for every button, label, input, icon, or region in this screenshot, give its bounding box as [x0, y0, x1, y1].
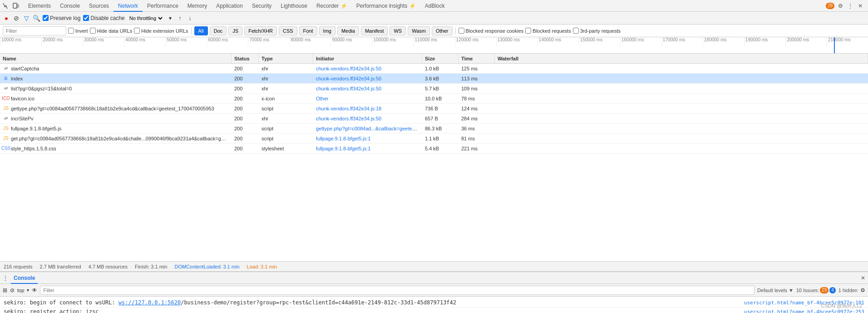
- header-time[interactable]: Time: [459, 54, 495, 63]
- blocked-cookies-checkbox[interactable]: [459, 28, 464, 34]
- filter-btn-fetch-xhr[interactable]: Fetch/XHR: [244, 26, 277, 35]
- initiator-link[interactable]: gettype.php?gt=c0084ad...&callback=geete…: [316, 126, 422, 131]
- console-context-selector[interactable]: top: [17, 288, 24, 293]
- initiator-link[interactable]: chunk-vendors.ff342e34.js:50: [316, 66, 381, 71]
- network-rows-container: ⇌ startCaptcha 200 xhr chunk-vendors.ff3…: [0, 64, 868, 261]
- row-type-icon: ⇌: [3, 85, 9, 92]
- header-waterfall[interactable]: Waterfall: [495, 54, 868, 63]
- initiator-link[interactable]: chunk-vendors.ff342e34.js:50: [316, 76, 381, 81]
- table-row[interactable]: JS fullpage.9.1.8-bfget5.js 200 script g…: [0, 124, 868, 134]
- blocked-requests-checkbox[interactable]: [525, 28, 531, 34]
- console-filter-input[interactable]: [40, 286, 755, 295]
- row-time: 36 ms: [459, 126, 495, 131]
- console-clear-icon[interactable]: ⊘: [10, 287, 15, 293]
- tab-security[interactable]: Security: [247, 0, 276, 12]
- table-row[interactable]: JS get.php?gt=c0084ad0567738668c18a81b2e…: [0, 134, 868, 144]
- tab-console[interactable]: Console: [55, 0, 84, 12]
- initiator-link[interactable]: chunk-vendors.ff342e34.js:18: [316, 106, 381, 111]
- table-row[interactable]: ⇌ list?pg=0&pgsz=15&total=0 200 xhr chun…: [0, 84, 868, 94]
- header-name[interactable]: Name: [0, 54, 232, 63]
- invert-checkbox[interactable]: [68, 28, 74, 34]
- filter-btn-js[interactable]: JS: [228, 26, 242, 35]
- export-icon[interactable]: ↓: [187, 15, 194, 22]
- third-party-checkbox[interactable]: [573, 28, 579, 34]
- tab-network[interactable]: Network: [113, 0, 143, 12]
- filter-icon[interactable]: ▽: [23, 15, 30, 22]
- tab-sources[interactable]: Sources: [84, 0, 113, 12]
- third-party-label[interactable]: 3rd-party requests: [573, 28, 621, 34]
- header-status[interactable]: Status: [232, 54, 259, 63]
- device-icon[interactable]: [12, 2, 20, 10]
- preserve-log-label[interactable]: Preserve log: [43, 15, 80, 21]
- tab-adblock[interactable]: AdBlock: [420, 0, 449, 12]
- initiator-link[interactable]: fullpage.9.1.8-bfget5.js:1: [316, 146, 370, 151]
- filter-input[interactable]: [3, 26, 66, 35]
- tab-application[interactable]: Application: [212, 0, 247, 12]
- tab-elements[interactable]: Elements: [24, 0, 55, 12]
- row-type-icon: JS: [3, 135, 9, 142]
- table-row[interactable]: ⇌ startCaptcha 200 xhr chunk-vendors.ff3…: [0, 64, 868, 74]
- settings-icon[interactable]: ⚙: [836, 2, 844, 10]
- initiator-link[interactable]: Other: [316, 96, 329, 101]
- console-levels-selector[interactable]: Default levels ▼: [757, 288, 794, 293]
- initiator-link[interactable]: chunk-vendors.ff342e34.js:50: [316, 116, 381, 121]
- filter-btn-wasm[interactable]: Wasm: [408, 26, 430, 35]
- timeline-tick: 150000 ms: [579, 37, 620, 46]
- console-source-link[interactable]: userscript.html?name_bf-4bcee5c0977e:253: [744, 309, 864, 313]
- console-context-arrow[interactable]: ▾: [27, 288, 29, 293]
- table-row[interactable]: CSS style_https.1.5.8.css 200 stylesheet…: [0, 144, 868, 154]
- tab-lighthouse[interactable]: Lighthouse: [276, 0, 312, 12]
- timeline-tick: 80000 ms: [289, 37, 330, 46]
- tab-performance[interactable]: Performance: [143, 0, 183, 12]
- hide-data-urls-label[interactable]: Hide data URLs: [90, 28, 133, 34]
- header-size[interactable]: Size: [422, 54, 459, 63]
- clear-icon[interactable]: ⊘: [13, 15, 20, 22]
- throttle-select[interactable]: No throttling: [128, 15, 164, 21]
- filter-btn-doc[interactable]: Doc: [210, 26, 227, 35]
- more-icon[interactable]: ⋮: [846, 2, 854, 10]
- table-row[interactable]: 🗎 index 200 xhr chunk-vendors.ff342e34.j…: [0, 74, 868, 84]
- inspect-icon[interactable]: [2, 2, 10, 10]
- console-grid-icon[interactable]: ⊞: [3, 287, 7, 293]
- initiator-link[interactable]: chunk-vendors.ff342e34.js:50: [316, 86, 381, 91]
- console-menu-icon[interactable]: ⋮: [3, 275, 8, 281]
- row-name-text: style_https.1.5.8.css: [11, 146, 56, 151]
- console-url-link[interactable]: ws://127.0.0.1:5620: [118, 299, 181, 306]
- console-close-icon[interactable]: ✕: [861, 275, 865, 281]
- blocked-requests-label[interactable]: Blocked requests: [525, 28, 571, 34]
- search-icon[interactable]: 🔍: [33, 15, 40, 22]
- initiator-link[interactable]: fullpage.9.1.8-bfget5.js:1: [316, 136, 370, 141]
- disable-cache-checkbox[interactable]: [83, 15, 89, 21]
- hide-extension-label[interactable]: Hide extension URLs: [134, 28, 188, 34]
- record-icon[interactable]: ●: [3, 15, 10, 22]
- filter-btn-css[interactable]: CSS: [279, 26, 297, 35]
- console-tab-title[interactable]: Console: [11, 272, 38, 284]
- header-type[interactable]: Type: [259, 54, 313, 63]
- invert-label[interactable]: Invert: [68, 28, 88, 34]
- filter-btn-manifest[interactable]: Manifest: [361, 26, 388, 35]
- timeline-tick: 140000 ms: [538, 37, 579, 46]
- table-row[interactable]: ⇌ incrSitePv 200 xhr chunk-vendors.ff342…: [0, 114, 868, 124]
- import-icon[interactable]: ↑: [177, 15, 184, 22]
- hide-data-urls-checkbox[interactable]: [90, 28, 96, 34]
- filter-btn-media[interactable]: Media: [337, 26, 359, 35]
- table-row[interactable]: ICO favicon.ico 200 x-icon Other 10.0 kB…: [0, 94, 868, 104]
- detach-icon[interactable]: ✕: [856, 2, 864, 10]
- hide-extension-checkbox[interactable]: [134, 28, 140, 34]
- tab-recorder[interactable]: Recorder ⚡: [312, 0, 352, 12]
- filter-btn-all[interactable]: All: [194, 26, 208, 35]
- blocked-cookies-label[interactable]: Blocked response cookies: [459, 28, 524, 34]
- table-row[interactable]: JS gettype.php?gt=c0084ad0567738668c18a8…: [0, 104, 868, 114]
- tab-memory[interactable]: Memory: [183, 0, 212, 12]
- console-eye-icon[interactable]: 👁: [32, 287, 37, 293]
- throttle-down-icon[interactable]: ▾: [167, 15, 174, 22]
- preserve-log-checkbox[interactable]: [43, 15, 49, 21]
- header-initiator[interactable]: Initiator: [313, 54, 422, 63]
- filter-btn-img[interactable]: Img: [319, 26, 335, 35]
- disable-cache-label[interactable]: Disable cache: [83, 15, 124, 21]
- filter-btn-ws[interactable]: WS: [390, 26, 406, 35]
- tab-performance-insights[interactable]: Performance insights ⚡: [352, 0, 420, 12]
- console-settings-icon[interactable]: ⚙: [860, 287, 865, 293]
- filter-btn-font[interactable]: Font: [299, 26, 317, 35]
- filter-btn-other[interactable]: Other: [432, 26, 453, 35]
